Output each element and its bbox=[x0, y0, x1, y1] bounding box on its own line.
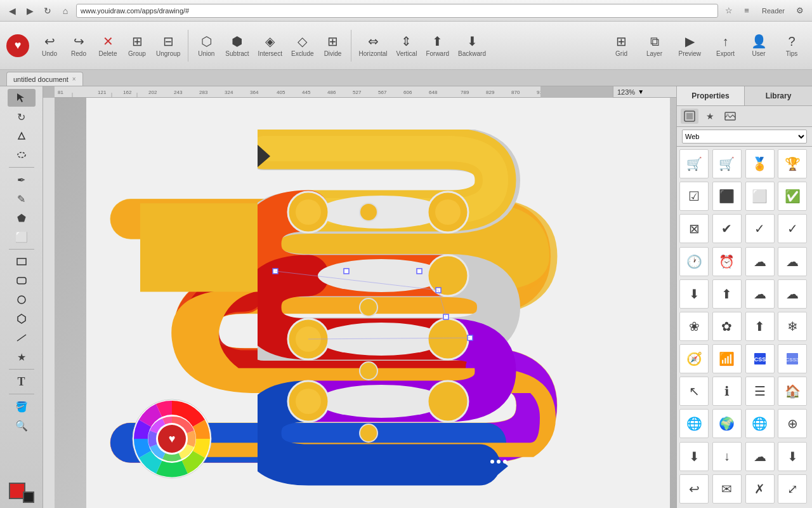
vertical-button[interactable]: ⇕ Vertical bbox=[393, 31, 421, 60]
user-button[interactable]: 👤 User bbox=[745, 31, 773, 60]
icon-download-2[interactable]: ↓ bbox=[712, 442, 742, 471]
preview-button[interactable]: ▶ Preview bbox=[674, 31, 707, 60]
home-button[interactable]: ⌂ bbox=[58, 4, 72, 18]
fill-picker-tool[interactable]: 🪣 bbox=[8, 398, 36, 415]
star-tool[interactable]: ★ bbox=[8, 348, 36, 366]
category-dropdown[interactable]: Web bbox=[677, 127, 812, 147]
icon-cloud-2[interactable]: ☁ bbox=[778, 247, 807, 276]
icon-css-tag[interactable]: CSS3 bbox=[778, 344, 807, 373]
backward-button[interactable]: ⬇ Backward bbox=[454, 31, 490, 60]
exclude-button[interactable]: ◇ Exclude bbox=[287, 31, 318, 60]
grid-button[interactable]: ⊞ Grid bbox=[608, 31, 636, 60]
icon-award-1[interactable]: 🏅 bbox=[745, 149, 775, 178]
icon-info-circle[interactable]: ℹ bbox=[712, 377, 742, 406]
icon-css3[interactable]: CSS bbox=[745, 344, 775, 373]
subtract-button[interactable]: ⬢ Subtract bbox=[221, 31, 252, 60]
rounded-rect-tool[interactable] bbox=[8, 272, 36, 290]
icon-award-2[interactable]: 🏆 bbox=[778, 149, 807, 178]
extensions-button[interactable]: ⚙ bbox=[793, 4, 807, 18]
icon-check-circle[interactable]: ✔ bbox=[712, 214, 742, 243]
group-button[interactable]: ⊞ Group bbox=[123, 31, 151, 60]
icon-fan-2[interactable]: ✿ bbox=[712, 312, 742, 341]
rotate-tool[interactable]: ↻ bbox=[8, 108, 36, 126]
url-bar[interactable] bbox=[76, 4, 718, 18]
icon-shopping-cart-1[interactable]: 🛒 bbox=[679, 149, 709, 178]
ungroup-button[interactable]: ⊟ Ungroup bbox=[152, 31, 184, 60]
icon-compass[interactable]: 🧭 bbox=[679, 344, 709, 373]
icon-cloud-1[interactable]: ☁ bbox=[745, 247, 775, 276]
text-tool[interactable]: T bbox=[8, 373, 36, 391]
category-select[interactable]: Web bbox=[682, 130, 807, 144]
icon-cloud-down-2[interactable]: ⬇ bbox=[778, 442, 807, 471]
layer-button[interactable]: ⧉ Layer bbox=[641, 32, 669, 60]
pencil-tool[interactable]: ✎ bbox=[8, 190, 36, 208]
icon-list[interactable]: ☰ bbox=[745, 377, 775, 406]
icon-cloud-3[interactable]: ☁ bbox=[745, 279, 775, 309]
icon-globe-1[interactable]: 🌐 bbox=[679, 409, 709, 438]
properties-tab[interactable]: Properties bbox=[677, 86, 745, 105]
circle-tool[interactable] bbox=[8, 291, 36, 309]
icon-checkbox-check[interactable]: ✅ bbox=[778, 182, 807, 211]
redo-button[interactable]: ↪ Redo bbox=[65, 31, 93, 60]
rect-tool[interactable] bbox=[8, 253, 36, 271]
icon-cloud-down[interactable]: ☁ bbox=[745, 442, 775, 471]
icon-cursor[interactable]: ↖ bbox=[679, 377, 709, 406]
icon-x-box[interactable]: ⊠ bbox=[679, 214, 709, 243]
node-tool[interactable] bbox=[8, 127, 36, 145]
icon-wifi[interactable]: 📶 bbox=[712, 344, 742, 373]
icon-snowflake[interactable]: ❄ bbox=[778, 312, 807, 341]
line-tool[interactable] bbox=[8, 329, 36, 347]
stroke-color-swatch[interactable] bbox=[23, 491, 34, 503]
pen-tool[interactable]: ✒ bbox=[8, 171, 36, 189]
icon-email[interactable]: ✉ bbox=[712, 474, 742, 504]
horizontal-button[interactable]: ⇔ Horizontal bbox=[355, 31, 391, 60]
export-button[interactable]: ↑ Export bbox=[711, 32, 740, 60]
icon-cloud-upload-2[interactable]: ⬆ bbox=[745, 312, 775, 341]
icon-fan-1[interactable]: ❀ bbox=[679, 312, 709, 341]
reader-button[interactable]: Reader bbox=[757, 4, 789, 18]
settings-button[interactable]: ≡ bbox=[740, 4, 754, 18]
icon-globe-2[interactable]: 🌍 bbox=[712, 409, 742, 438]
back-button[interactable]: ◀ bbox=[5, 4, 19, 18]
reload-button[interactable]: ↻ bbox=[41, 4, 55, 18]
icon-globe-ring[interactable]: ⊕ bbox=[778, 409, 807, 438]
canvas-viewport[interactable]: ♥ bbox=[55, 98, 676, 508]
tab-close-button[interactable]: × bbox=[72, 76, 76, 83]
icon-grid-globe[interactable]: 🌐 bbox=[745, 409, 775, 438]
icon-cloud-4[interactable]: ☁ bbox=[778, 279, 807, 309]
divide-button[interactable]: ⊞ Divide bbox=[319, 31, 347, 60]
polygon-tool[interactable] bbox=[8, 310, 36, 328]
icon-checkbox-empty[interactable]: ⬜ bbox=[745, 182, 775, 211]
icon-clock-1[interactable]: 🕐 bbox=[679, 247, 709, 276]
union-button[interactable]: ⬡ Union bbox=[192, 31, 220, 60]
brush-tool[interactable]: ⬟ bbox=[8, 209, 36, 227]
image-tab[interactable] bbox=[721, 109, 739, 124]
icon-clock-2[interactable]: ⏰ bbox=[712, 247, 742, 276]
icon-expand[interactable]: ⤢ bbox=[778, 474, 807, 504]
zoom-tool[interactable]: 🔍 bbox=[8, 417, 36, 434]
icon-download-1[interactable]: ⬇ bbox=[679, 442, 709, 471]
forward-button[interactable]: ⬆ Forward bbox=[422, 31, 453, 60]
icon-checkbox-square[interactable]: ⬛ bbox=[712, 182, 742, 211]
zoom-dropdown[interactable]: ▼ bbox=[638, 88, 644, 95]
eraser-tool[interactable]: ⬜ bbox=[8, 228, 36, 246]
icon-checkbox-checked[interactable]: ☑ bbox=[679, 182, 709, 211]
intersect-button[interactable]: ◈ Intersect bbox=[254, 31, 286, 60]
icon-cloud-download[interactable]: ⬇ bbox=[679, 279, 709, 309]
bookmark-button[interactable]: ☆ bbox=[722, 4, 736, 18]
icon-cloud-upload[interactable]: ⬆ bbox=[712, 279, 742, 309]
select-tool[interactable] bbox=[8, 89, 36, 107]
delete-button[interactable]: ✕ Delete bbox=[94, 31, 122, 60]
icon-enter[interactable]: ↩ bbox=[679, 474, 709, 504]
icon-checkmark[interactable]: ✓ bbox=[745, 214, 775, 243]
undo-button[interactable]: ↩ Undo bbox=[36, 31, 63, 60]
icon-home[interactable]: 🏠 bbox=[778, 377, 807, 406]
icon-shopping-cart-2[interactable]: 🛒 bbox=[712, 149, 742, 178]
lasso-tool[interactable] bbox=[8, 146, 36, 164]
icon-checkmark-thin[interactable]: ✓ bbox=[778, 214, 807, 243]
forward-button[interactable]: ▶ bbox=[23, 4, 37, 18]
library-tab[interactable]: Library bbox=[745, 86, 812, 105]
tips-button[interactable]: ? Tips bbox=[778, 32, 806, 60]
star-tab[interactable]: ★ bbox=[701, 109, 719, 124]
icon-x-circle[interactable]: ✗ bbox=[745, 474, 775, 504]
